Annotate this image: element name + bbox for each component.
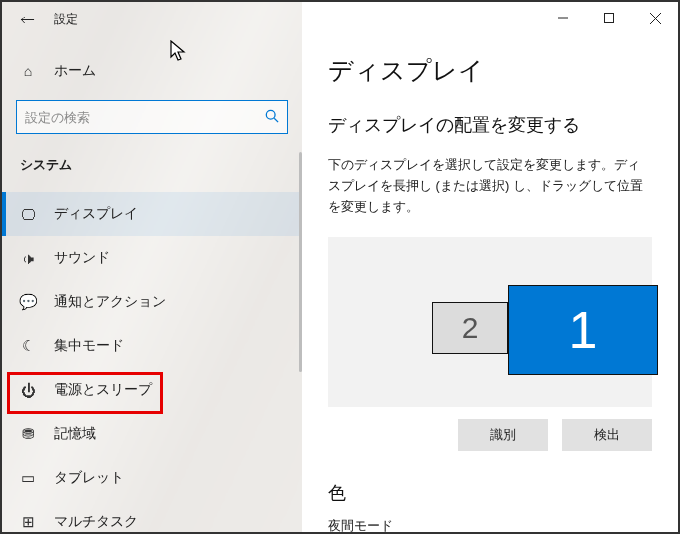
nav-label: ディスプレイ: [54, 205, 138, 223]
nav-label: タブレット: [54, 469, 124, 487]
display-icon: 🖵: [20, 206, 36, 223]
nav-label: 記憶域: [54, 425, 96, 443]
sidebar-item-storage[interactable]: ⛃ 記憶域: [2, 412, 302, 456]
nav-label: サウンド: [54, 249, 110, 267]
home-icon: ⌂: [20, 63, 36, 79]
tablet-icon: ▭: [20, 469, 36, 487]
monitor-1[interactable]: 1: [508, 285, 658, 375]
nav-label: 電源とスリープ: [54, 381, 152, 399]
maximize-button[interactable]: [586, 2, 632, 34]
search-input[interactable]: [16, 100, 288, 134]
sidebar-item-focus[interactable]: ☾ 集中モード: [2, 324, 302, 368]
identify-button[interactable]: 識別: [458, 419, 548, 451]
svg-rect-3: [605, 14, 614, 23]
svg-point-0: [266, 110, 275, 119]
sidebar-item-home[interactable]: ⌂ ホーム: [2, 52, 302, 90]
notify-icon: 💬: [20, 293, 36, 311]
sidebar-item-display[interactable]: 🖵 ディスプレイ: [2, 192, 302, 236]
nav-label: 通知とアクション: [54, 293, 166, 311]
focus-icon: ☾: [20, 337, 36, 355]
sidebar-item-tablet[interactable]: ▭ タブレット: [2, 456, 302, 500]
storage-icon: ⛃: [20, 425, 36, 443]
nav-label: 集中モード: [54, 337, 124, 355]
page-title: ディスプレイ: [328, 54, 652, 87]
minimize-button[interactable]: [540, 2, 586, 34]
svg-line-1: [274, 118, 278, 122]
app-title: 設定: [54, 11, 78, 28]
detect-button[interactable]: 検出: [562, 419, 652, 451]
display-arrangement-area[interactable]: 2 1: [328, 237, 652, 407]
sidebar-scrollbar[interactable]: [299, 152, 302, 372]
monitor-2[interactable]: 2: [432, 302, 508, 354]
home-label: ホーム: [54, 62, 96, 80]
power-icon: ⏻: [20, 382, 36, 399]
sidebar-item-power[interactable]: ⏻ 電源とスリープ: [2, 368, 302, 412]
night-mode-label: 夜間モード: [328, 517, 652, 532]
multitask-icon: ⊞: [20, 513, 36, 531]
sidebar-item-sound[interactable]: 🕩 サウンド: [2, 236, 302, 280]
close-button[interactable]: [632, 2, 678, 34]
sound-icon: 🕩: [20, 250, 36, 267]
sidebar-nav: 🖵 ディスプレイ 🕩 サウンド 💬 通知とアクション ☾ 集中モード ⏻ 電源と…: [2, 192, 302, 534]
sidebar-item-multitask[interactable]: ⊞ マルチタスク: [2, 500, 302, 534]
sidebar-item-notifications[interactable]: 💬 通知とアクション: [2, 280, 302, 324]
search-field[interactable]: [25, 110, 265, 125]
arrange-description: 下のディスプレイを選択して設定を変更します。ディスプレイを長押し (または選択)…: [328, 155, 652, 217]
search-icon: [265, 109, 279, 126]
category-title: システム: [2, 156, 302, 174]
nav-label: マルチタスク: [54, 513, 138, 531]
arrange-heading: ディスプレイの配置を変更する: [328, 113, 652, 137]
color-section-title: 色: [328, 481, 652, 505]
back-button[interactable]: 🡐: [10, 2, 44, 36]
